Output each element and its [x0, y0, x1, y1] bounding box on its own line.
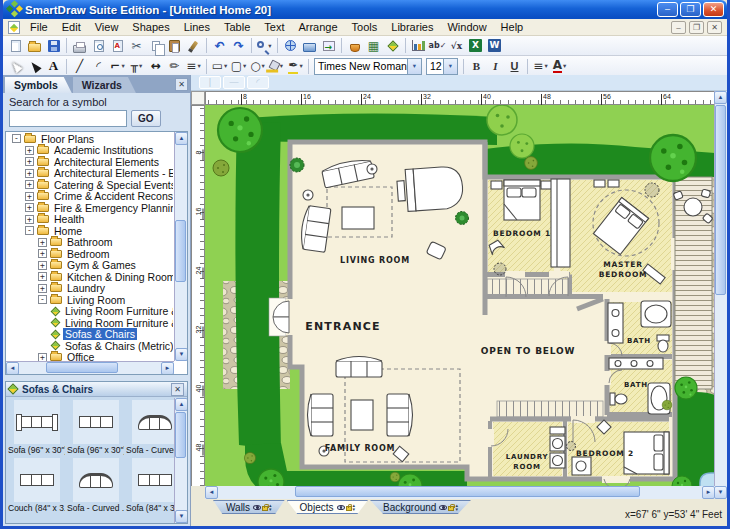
expand-icon[interactable]: +	[38, 249, 47, 258]
tree-item-architectural-elements-elevation[interactable]: +Architectural Elements - Elevation	[6, 168, 173, 180]
expand-icon[interactable]: +	[38, 261, 47, 270]
menu-arrange[interactable]: Arrange	[291, 20, 344, 34]
symbol-thumbnail-sofa-curved[interactable]	[73, 458, 119, 502]
spell-check-button[interactable]: ab✓	[428, 37, 447, 55]
layer-spinner-icons[interactable]: ▴▾	[353, 503, 356, 511]
expand-icon[interactable]: +	[25, 192, 34, 201]
expand-icon[interactable]: +	[38, 353, 47, 361]
lock-icon[interactable]	[346, 506, 352, 511]
menu-libraries[interactable]: Libraries	[384, 20, 440, 34]
fill-style-button[interactable]	[345, 37, 364, 55]
open-button[interactable]	[25, 37, 44, 55]
symbol-button[interactable]	[383, 37, 402, 55]
layer-tab-objects[interactable]: Objects▴▾	[287, 500, 368, 514]
table-button[interactable]: ▦	[364, 37, 383, 55]
bedroom2-label[interactable]: BEDROOM 2	[576, 449, 634, 458]
cut-button[interactable]: ✂	[127, 37, 146, 55]
web-button[interactable]	[281, 37, 300, 55]
tree-item-living-room-furniture-a[interactable]: Living Room Furniture & A	[6, 306, 173, 318]
line-style-button[interactable]: ≡▾	[184, 57, 203, 75]
go-button[interactable]: GO	[131, 110, 161, 127]
menu-table[interactable]: Table	[217, 20, 257, 34]
layer-spinner-icons[interactable]: ▴▾	[455, 503, 458, 511]
scroll-right-icon[interactable]: ►	[161, 362, 174, 375]
scrollbar-thumb[interactable]	[295, 486, 640, 497]
tree-item-living-room[interactable]: -Living Room	[6, 294, 173, 306]
expand-icon[interactable]: +	[25, 169, 34, 178]
canvas-horizontal-scrollbar[interactable]: ◄ ►	[205, 486, 715, 499]
scrollbar-thumb[interactable]	[175, 220, 186, 282]
connector-button[interactable]: ╥▾	[127, 57, 146, 75]
minimize-button[interactable]: –	[657, 2, 678, 17]
save-button[interactable]	[44, 37, 63, 55]
line-color-button[interactable]: ✒▾	[286, 57, 305, 75]
font-color-button[interactable]: A▾	[550, 57, 569, 75]
doc-minimize-button[interactable]: –	[671, 21, 686, 34]
doc-close-button[interactable]: ✕	[707, 21, 722, 34]
expand-icon[interactable]: +	[25, 180, 34, 189]
master-bedroom-label-2[interactable]: BEDROOM	[599, 270, 648, 279]
scrollbar-thumb[interactable]	[46, 362, 118, 373]
redo-button[interactable]: ↷	[229, 37, 248, 55]
scrollbar-thumb[interactable]	[715, 105, 726, 295]
formula-button[interactable]: √x	[447, 37, 466, 55]
menu-file[interactable]: File	[23, 20, 55, 34]
canvas-vertical-scrollbar[interactable]: ▲ ▼	[714, 91, 727, 499]
bedroom1-label[interactable]: BEDROOM 1	[493, 229, 551, 238]
menu-shapes[interactable]: Shapes	[125, 20, 176, 34]
new-button[interactable]	[6, 37, 25, 55]
tree-item-catering-special-events[interactable]: +Catering & Special Events	[6, 179, 173, 191]
scroll-up-icon[interactable]: ▲	[175, 132, 188, 145]
doc-restore-button[interactable]: ❐	[689, 21, 704, 34]
text-button[interactable]: A	[44, 57, 63, 75]
zoom-button[interactable]: ▾	[255, 37, 274, 55]
expand-icon[interactable]: +	[25, 215, 34, 224]
font-size-select[interactable]: 12 ▾	[426, 58, 458, 75]
symbol-thumbnail-sofa-96-x-30[interactable]	[73, 400, 119, 444]
tree-item-laundry[interactable]: +Laundry	[6, 283, 173, 295]
tree-item-sofas-chairs[interactable]: Sofas & Chairs	[6, 329, 173, 341]
undo-button[interactable]: ↶	[210, 37, 229, 55]
visibility-eye-icon[interactable]	[337, 505, 345, 510]
select-black-button[interactable]	[25, 57, 44, 75]
rectangle-button[interactable]: ▭▾	[210, 57, 229, 75]
scroll-up-icon[interactable]: ▲	[714, 91, 727, 104]
tree-item-floor-plans[interactable]: -Floor Plans	[6, 133, 173, 145]
excel-button[interactable]: X	[466, 37, 485, 55]
living-room-label[interactable]: LIVING ROOM	[340, 256, 410, 265]
arc-button[interactable]: ◜	[89, 57, 108, 75]
tree-item-sofas-chairs-metric[interactable]: Sofas & Chairs (Metric)	[6, 340, 173, 352]
entrance-label[interactable]: ENTRANCE	[305, 320, 381, 333]
tree-item-home[interactable]: -Home	[6, 225, 173, 237]
library-vertical-scrollbar[interactable]: ▲ ▼	[174, 398, 187, 523]
document-icon[interactable]	[8, 21, 20, 34]
lock-icon[interactable]	[448, 506, 454, 511]
tree-vertical-scrollbar[interactable]: ▲ ▼	[174, 132, 187, 361]
ellipse-button[interactable]: ○▾	[248, 57, 267, 75]
symbol-thumbnail-sofa-96-x-30[interactable]	[14, 400, 60, 444]
maximize-button[interactable]: ❐	[680, 2, 701, 17]
scroll-left-icon[interactable]: ◄	[205, 486, 218, 499]
layer-controls[interactable]: ▴▾	[253, 503, 272, 511]
panel-close-button[interactable]: ✕	[175, 78, 188, 91]
expand-icon[interactable]: +	[38, 284, 47, 293]
tree-item-bedroom[interactable]: +Bedroom	[6, 248, 173, 260]
bath1-label[interactable]: BATH	[627, 337, 651, 345]
close-button[interactable]: ✕	[703, 2, 724, 17]
lock-icon[interactable]	[262, 506, 268, 511]
chevron-down-icon[interactable]: ▾	[407, 59, 421, 74]
draw-button[interactable]: ✏	[165, 57, 184, 75]
print-button[interactable]	[70, 37, 89, 55]
line-button[interactable]: ╱	[70, 57, 89, 75]
corner-line-button[interactable]: ⌐▾	[108, 57, 127, 75]
tree-horizontal-scrollbar[interactable]: ◄ ►	[6, 361, 174, 374]
menu-lines[interactable]: Lines	[177, 20, 217, 34]
symbol-thumbnail-sofa-curved[interactable]	[132, 400, 178, 444]
laundry-label-2[interactable]: ROOM	[513, 463, 540, 471]
dimension-button[interactable]: ↔	[146, 57, 165, 75]
family-room-label[interactable]: FAMILY ROOM	[325, 444, 396, 453]
scroll-left-icon[interactable]: ◄	[6, 362, 19, 375]
tree-item-fire-emergency-planning[interactable]: +Fire & Emergency Planning	[6, 202, 173, 214]
menu-view[interactable]: View	[88, 20, 126, 34]
search-input[interactable]	[9, 110, 127, 127]
